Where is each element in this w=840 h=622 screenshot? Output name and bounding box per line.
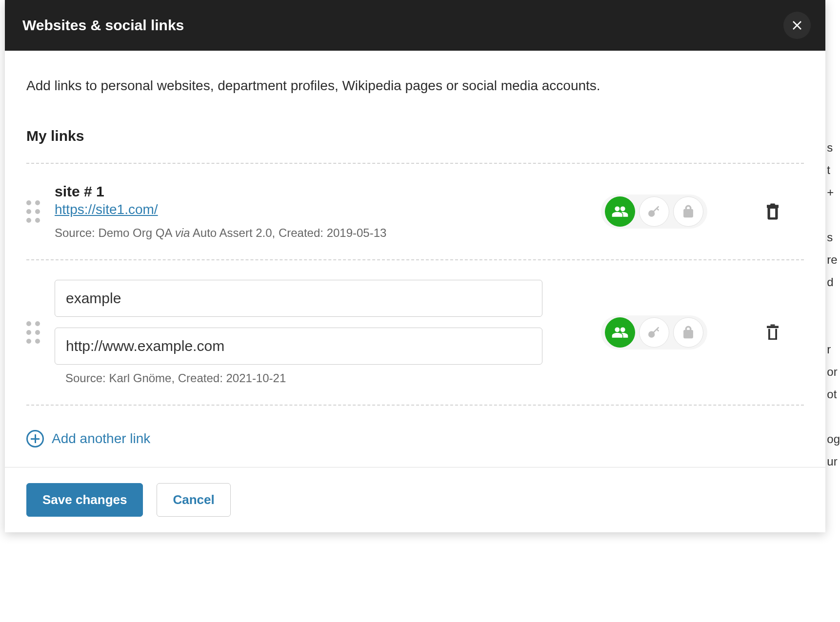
add-another-link-button[interactable]: Add another link — [26, 430, 150, 447]
visibility-selector — [601, 315, 707, 350]
source-org: Demo Org QA — [98, 226, 175, 239]
svg-rect-5 — [768, 208, 770, 219]
visibility-private-button[interactable] — [673, 196, 703, 227]
save-button[interactable]: Save changes — [26, 483, 143, 517]
plus-circle-icon — [26, 430, 44, 447]
section-title: My links — [26, 128, 804, 144]
link-content: Source: Karl Gnöme, Created: 2021-10-21 — [55, 280, 591, 385]
link-title-input[interactable] — [55, 280, 542, 317]
link-url-input[interactable] — [55, 328, 542, 365]
modal-header: Websites & social links — [5, 0, 825, 51]
lock-icon — [681, 205, 695, 218]
key-icon — [646, 325, 662, 340]
close-icon — [791, 19, 803, 31]
people-icon — [612, 324, 628, 341]
visibility-everyone-button[interactable] — [605, 196, 635, 227]
lock-icon — [681, 326, 695, 339]
link-source: Source: Demo Org QA via Auto Assert 2.0,… — [55, 226, 591, 240]
people-icon — [612, 203, 628, 220]
trash-icon — [764, 202, 781, 221]
visibility-trusted-button[interactable] — [639, 317, 669, 348]
source-rest: Auto Assert 2.0, Created: 2019-05-13 — [190, 226, 386, 239]
svg-rect-4 — [771, 204, 775, 205]
cancel-button[interactable]: Cancel — [157, 483, 230, 517]
source-via: via — [175, 226, 190, 239]
visibility-private-button[interactable] — [673, 317, 703, 348]
svg-rect-12 — [775, 329, 777, 340]
drag-handle[interactable] — [26, 200, 40, 223]
add-another-label: Add another link — [52, 431, 150, 447]
websites-links-modal: Websites & social links Add links to per… — [5, 0, 825, 532]
visibility-selector — [601, 194, 707, 229]
modal-body: Add links to personal websites, departme… — [5, 51, 825, 467]
key-icon — [646, 204, 662, 219]
link-url[interactable]: https://site1.com/ — [55, 202, 158, 217]
close-button[interactable] — [783, 12, 811, 39]
link-row: site # 1 https://site1.com/ Source: Demo… — [26, 164, 804, 259]
delete-button[interactable] — [761, 200, 784, 223]
svg-rect-3 — [767, 205, 779, 208]
modal-description: Add links to personal websites, departme… — [26, 78, 804, 94]
link-row: Source: Karl Gnöme, Created: 2021-10-21 — [26, 260, 804, 405]
link-source: Source: Karl Gnöme, Created: 2021-10-21 — [65, 371, 572, 385]
trash-icon — [764, 323, 781, 342]
visibility-trusted-button[interactable] — [639, 196, 669, 227]
link-content: site # 1 https://site1.com/ Source: Demo… — [55, 183, 591, 240]
svg-rect-9 — [767, 326, 779, 329]
svg-rect-7 — [768, 217, 777, 219]
visibility-everyone-button[interactable] — [605, 317, 635, 348]
link-title: site # 1 — [55, 183, 591, 200]
divider — [26, 405, 804, 406]
obscured-background-text: s t + s re d r or ot og ur — [827, 136, 840, 473]
svg-rect-6 — [775, 208, 777, 219]
svg-rect-11 — [768, 329, 770, 340]
modal-title: Websites & social links — [22, 17, 184, 34]
delete-button[interactable] — [761, 321, 784, 344]
modal-footer: Save changes Cancel — [5, 467, 825, 532]
svg-rect-10 — [771, 325, 775, 326]
drag-handle[interactable] — [26, 321, 40, 344]
svg-rect-13 — [768, 338, 777, 340]
source-prefix: Source: — [55, 226, 98, 239]
